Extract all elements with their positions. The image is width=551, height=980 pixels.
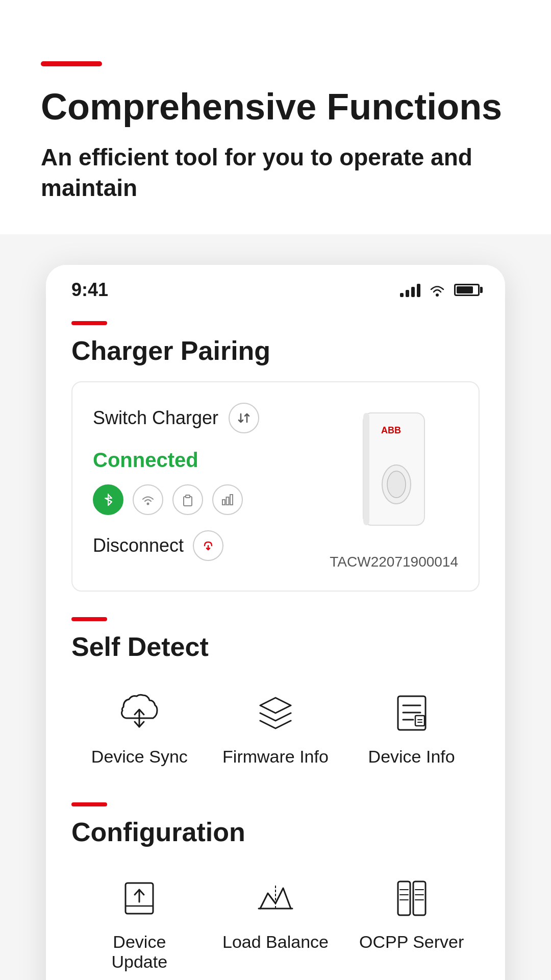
outer-page: Comprehensive Functions An efficient too…	[0, 0, 551, 980]
svg-text:ABB: ABB	[381, 425, 401, 435]
clipboard-icon-btn[interactable]	[172, 484, 203, 515]
switch-charger-row: Switch Charger	[93, 403, 314, 433]
disconnect-icon	[201, 538, 216, 553]
svg-rect-6	[230, 495, 233, 505]
svg-rect-5	[227, 497, 229, 505]
page-subtitle: An efficient tool for you to operate and…	[41, 142, 510, 204]
config-grid: Device Update Load Balance	[71, 863, 480, 980]
phone-content: Charger Pairing Switch Charger Connected	[46, 311, 505, 980]
switch-charger-label: Switch Charger	[93, 407, 218, 429]
svg-point-1	[147, 502, 149, 505]
connection-icons	[93, 484, 314, 515]
device-sync-item[interactable]: Device Sync	[83, 688, 195, 767]
config-title: Configuration	[71, 817, 480, 847]
device-info-item[interactable]: Device Info	[356, 688, 468, 767]
firmware-info-item[interactable]: Firmware Info	[219, 688, 332, 767]
svg-rect-24	[413, 881, 425, 915]
svg-rect-4	[222, 500, 225, 505]
svg-rect-3	[186, 495, 190, 498]
ocpp-server-icon-wrapper	[386, 873, 437, 924]
load-balance-label: Load Balance	[222, 932, 329, 952]
bluetooth-icon	[102, 492, 115, 507]
svg-rect-8	[363, 413, 369, 525]
connected-status: Connected	[93, 449, 314, 472]
wifi-icon	[429, 283, 446, 297]
bar-chart-icon	[220, 493, 235, 507]
signal-icon	[400, 283, 420, 297]
ocpp-server-item[interactable]: OCPP Server	[356, 873, 468, 952]
wifi-conn-icon-btn[interactable]	[133, 484, 163, 515]
charger-right: ABB TACW22071900014	[330, 403, 458, 570]
charger-card: Switch Charger Connected	[71, 381, 480, 592]
status-bar: 9:41	[46, 265, 505, 311]
charger-illustration: ABB	[348, 403, 440, 546]
charger-left: Switch Charger Connected	[93, 403, 314, 570]
device-info-label: Device Info	[368, 747, 455, 767]
clipboard-icon	[181, 493, 195, 507]
charger-pairing-accent	[71, 321, 107, 325]
top-section: Comprehensive Functions An efficient too…	[0, 0, 551, 234]
svg-rect-23	[398, 881, 410, 915]
document-list-icon	[389, 690, 435, 736]
load-balance-icon	[253, 875, 298, 921]
device-sync-label: Device Sync	[91, 747, 188, 767]
load-balance-icon-wrapper	[250, 873, 301, 924]
svg-point-11	[387, 471, 406, 498]
charger-id: TACW22071900014	[330, 554, 458, 570]
load-balance-item[interactable]: Load Balance	[219, 873, 332, 952]
self-detect-grid: Device Sync Firmware Info	[71, 677, 480, 777]
switch-arrows-icon	[236, 410, 252, 426]
firmware-info-label: Firmware Info	[222, 747, 329, 767]
self-detect-accent	[71, 617, 107, 621]
svg-rect-16	[415, 716, 424, 726]
device-update-label: Device Update	[83, 932, 195, 972]
page-title: Comprehensive Functions	[41, 87, 510, 127]
disconnect-label: Disconnect	[93, 535, 184, 556]
device-info-icon-wrapper	[386, 688, 437, 739]
disconnect-row: Disconnect	[93, 530, 314, 561]
charger-pairing-title: Charger Pairing	[71, 335, 480, 366]
layers-icon	[253, 690, 298, 736]
device-update-icon	[116, 875, 162, 921]
ocpp-server-label: OCPP Server	[359, 932, 464, 952]
status-icons	[400, 283, 480, 297]
configuration-section: Configuration D	[71, 802, 480, 980]
device-sync-icon-wrapper	[114, 688, 165, 739]
battery-icon	[454, 284, 480, 296]
device-update-icon-wrapper	[114, 873, 165, 924]
svg-point-0	[436, 293, 439, 297]
ocpp-server-icon	[389, 875, 435, 921]
firmware-info-icon-wrapper	[250, 688, 301, 739]
wifi-conn-icon	[141, 494, 155, 506]
accent-bar	[41, 61, 102, 66]
self-detect-title: Self Detect	[71, 631, 480, 662]
stats-icon-btn[interactable]	[212, 484, 243, 515]
disconnect-button[interactable]	[193, 530, 223, 561]
config-accent	[71, 802, 107, 806]
device-update-item[interactable]: Device Update	[83, 873, 195, 972]
switch-charger-button[interactable]	[229, 403, 259, 433]
phone-mockup: 9:41	[46, 265, 505, 980]
status-time: 9:41	[71, 279, 108, 301]
bluetooth-icon-btn[interactable]	[93, 484, 123, 515]
cloud-upload-icon	[116, 690, 162, 736]
